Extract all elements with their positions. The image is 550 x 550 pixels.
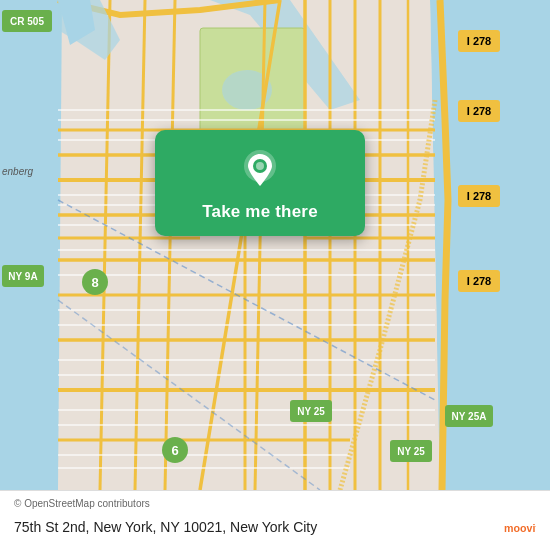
take-me-there-overlay[interactable]: Take me there <box>155 130 365 236</box>
moovit-logo-icon: moovit <box>504 511 536 543</box>
svg-text:NY 25: NY 25 <box>397 446 425 457</box>
moovit-logo: moovit <box>504 511 536 543</box>
take-me-there-button[interactable]: Take me there <box>155 130 365 236</box>
svg-text:NY 25: NY 25 <box>297 406 325 417</box>
location-label-row: 75th St 2nd, New York, NY 10021, New Yor… <box>14 511 536 543</box>
svg-text:CR 505: CR 505 <box>10 16 44 27</box>
bottom-bar: © OpenStreetMap contributors 75th St 2nd… <box>0 490 550 550</box>
svg-text:I 278: I 278 <box>467 35 491 47</box>
svg-text:NY 9A: NY 9A <box>8 271 37 282</box>
svg-point-71 <box>256 162 264 170</box>
svg-text:moovit: moovit <box>504 522 536 534</box>
svg-text:enberg: enberg <box>2 166 34 177</box>
location-text: 75th St 2nd, New York, NY 10021, New Yor… <box>14 519 317 535</box>
map-area: I 278 I 278 I 278 I 278 CR 505 NY 9A NY … <box>0 0 550 490</box>
map-attribution: © OpenStreetMap contributors <box>14 498 536 509</box>
location-pin-icon <box>238 148 282 192</box>
svg-text:6: 6 <box>171 443 178 458</box>
svg-text:8: 8 <box>91 275 98 290</box>
app-container: I 278 I 278 I 278 I 278 CR 505 NY 9A NY … <box>0 0 550 550</box>
svg-text:NY 25A: NY 25A <box>452 411 487 422</box>
svg-text:I 278: I 278 <box>467 190 491 202</box>
svg-text:I 278: I 278 <box>467 275 491 287</box>
svg-text:I 278: I 278 <box>467 105 491 117</box>
take-me-there-label: Take me there <box>202 202 318 222</box>
